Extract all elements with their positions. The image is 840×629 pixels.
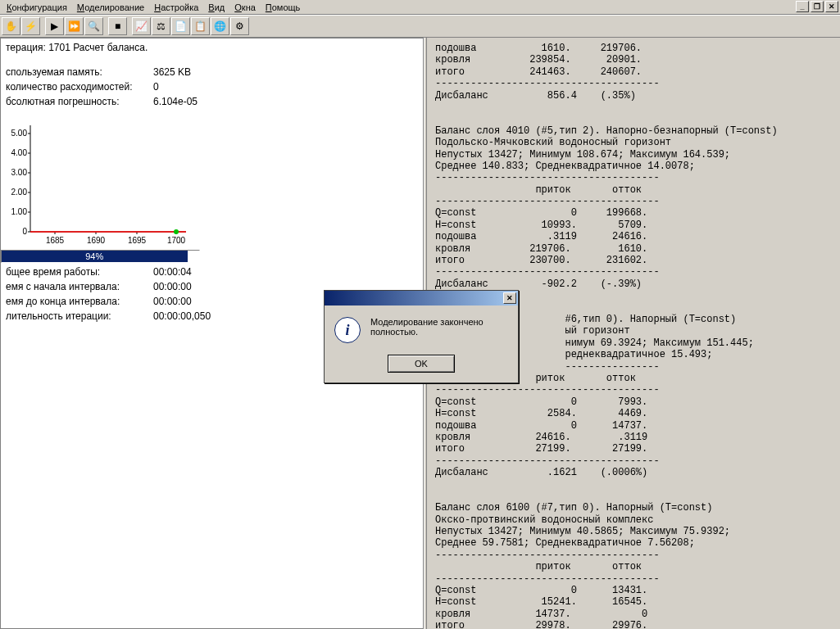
close-button[interactable]: ✕: [825, 1, 838, 12]
green-point: [174, 229, 179, 234]
svg-text:1.00: 1.00: [11, 207, 28, 216]
info-icon: i: [334, 317, 361, 343]
menu-modeling[interactable]: Моделирование: [72, 2, 149, 13]
info-error: бсолютная погрешность: 6.104e-05: [1, 94, 423, 109]
svg-text:2.00: 2.00: [11, 188, 28, 197]
dialog-close-button[interactable]: ✕: [503, 292, 516, 304]
info-dialog: ✕ i Моделирование закончено полностью. O…: [324, 290, 519, 383]
stop-icon[interactable]: ■: [108, 17, 127, 35]
svg-text:1700: 1700: [167, 236, 186, 245]
time-total: бщее время работы: 00:00:04: [1, 265, 423, 279]
restore-button[interactable]: ❐: [810, 1, 824, 12]
minimize-button[interactable]: _: [796, 1, 809, 12]
dialog-message: Моделирование закончено полностью.: [370, 317, 508, 337]
menubar: Конфигурация Моделирование Настройка Вид…: [0, 0, 840, 15]
progress-fill: 94%: [2, 251, 188, 262]
convergence-chart: 0 1.00 2.00 3.00 4.00 5.00 16: [6, 117, 194, 248]
svg-text:4.00: 4.00: [11, 148, 28, 157]
scales-icon[interactable]: ⚖: [152, 17, 170, 35]
svg-text:1685: 1685: [46, 236, 65, 245]
menu-view[interactable]: Вид: [203, 2, 229, 13]
svg-text:5.00: 5.00: [11, 129, 28, 138]
zoom-icon[interactable]: 🔍: [84, 17, 103, 35]
menu-settings[interactable]: Настройка: [149, 2, 203, 13]
play-icon[interactable]: ▶: [45, 17, 64, 35]
text-icon[interactable]: 📄: [171, 17, 190, 35]
fast-forward-icon[interactable]: ⏩: [65, 17, 84, 35]
lightning-icon[interactable]: ⚡: [21, 17, 40, 35]
progress-bar: 94%: [1, 250, 200, 263]
toolbar: ✋ ⚡ ▶ ⏩ 🔍 ■ 📈 ⚖ 📄 📋 🌐 ⚙: [0, 15, 840, 38]
gear-icon[interactable]: ⚙: [230, 17, 249, 35]
dialog-titlebar[interactable]: ✕: [325, 291, 518, 305]
svg-text:0: 0: [22, 227, 27, 236]
list-icon[interactable]: 📋: [191, 17, 210, 35]
svg-text:1690: 1690: [87, 236, 106, 245]
hand-icon[interactable]: ✋: [2, 17, 20, 35]
svg-text:3.00: 3.00: [11, 168, 28, 177]
menu-configuration[interactable]: Конфигурация: [2, 2, 72, 13]
menu-help[interactable]: Помощь: [261, 2, 306, 13]
ok-button[interactable]: OK: [388, 355, 455, 373]
info-divergences: количество расходимостей: 0: [1, 79, 423, 94]
svg-text:1695: 1695: [128, 236, 147, 245]
info-memory: спользуемая память: 3625 KB: [1, 65, 423, 79]
chart-icon[interactable]: 📈: [132, 17, 151, 35]
globe-icon[interactable]: 🌐: [211, 17, 229, 35]
menu-windows[interactable]: Окна: [229, 2, 261, 13]
iteration-status: терация: 1701 Расчет баланса.: [1, 38, 423, 57]
